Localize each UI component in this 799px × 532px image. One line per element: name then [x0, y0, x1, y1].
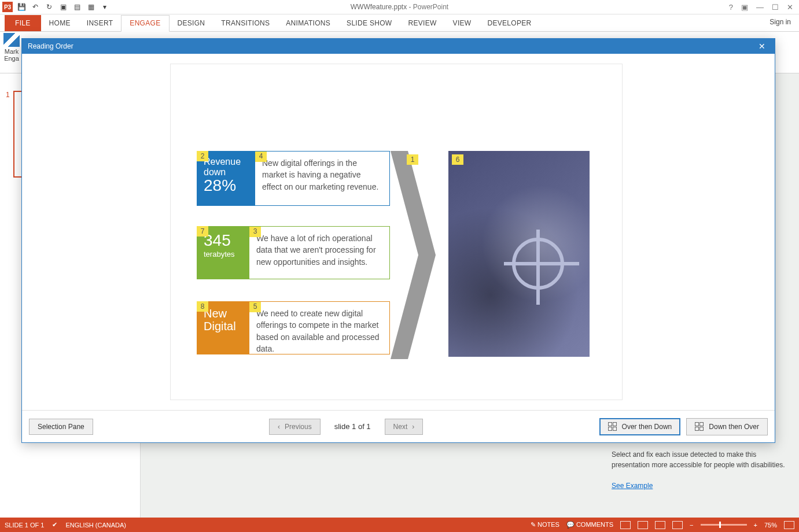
order-badge-6: 6 — [452, 154, 463, 165]
order-badge-1: 1 — [407, 154, 418, 165]
accessibility-text: Select and fix each issue detected to ma… — [612, 449, 790, 470]
order-badge-3: 3 — [249, 227, 261, 237]
maximize-icon[interactable]: ☐ — [772, 3, 779, 12]
reading-order-dialog: Reading Order ✕ 2 Revenue down 28% 4 New… — [21, 38, 775, 443]
tab-insert[interactable]: INSERT — [79, 16, 121, 31]
ribbon-options-icon[interactable]: ▣ — [741, 3, 748, 12]
quick-access-toolbar: P3 💾 ↶ ↻ ▣ ▤ ▦ ▾ — [0, 2, 110, 12]
order-badge-8: 8 — [197, 301, 208, 312]
sign-in-link[interactable]: Sign in — [769, 18, 791, 26]
thumbnail-number: 1 — [6, 91, 10, 178]
zoom-in-button[interactable]: + — [754, 522, 757, 529]
grid-icon — [608, 422, 617, 431]
qat-icon-3[interactable]: ▦ — [86, 2, 96, 12]
svg-marker-0 — [391, 151, 436, 359]
order-badge-4: 4 — [255, 152, 267, 162]
minimize-icon[interactable]: — — [756, 3, 764, 12]
powerpoint-app-icon: P3 — [2, 2, 13, 12]
grid-icon — [695, 422, 704, 431]
normal-view-icon[interactable] — [620, 521, 631, 529]
tile-terabytes[interactable]: 7 345 terabytes — [197, 226, 249, 279]
fit-to-window-icon[interactable] — [784, 521, 794, 529]
tile-new-digital-head: New Digital — [204, 307, 242, 332]
window-controls: ? ▣ — ☐ ✕ — [729, 3, 799, 12]
tile-new-digital[interactable]: 8 New Digital — [197, 301, 249, 354]
dialog-close-button[interactable]: ✕ — [755, 40, 769, 52]
close-icon[interactable]: ✕ — [787, 3, 793, 12]
help-icon[interactable]: ? — [729, 3, 733, 12]
dialog-title-text: Reading Order — [28, 42, 73, 50]
tile-revenue-value: 28% — [204, 177, 248, 195]
status-language[interactable]: ENGLISH (CANADA) — [65, 522, 126, 529]
accessibility-hint-pane: Select and fix each issue detected to ma… — [602, 444, 799, 497]
order-badge-5: 5 — [249, 302, 261, 312]
undo-icon[interactable]: ↶ — [30, 2, 40, 12]
chevron-right-icon: › — [412, 423, 414, 431]
tab-transitions[interactable]: TRANSITIONS — [213, 16, 278, 31]
zoom-out-button[interactable]: − — [690, 522, 693, 529]
down-then-over-button[interactable]: Down then Over — [686, 418, 768, 435]
zoom-slider[interactable] — [701, 524, 747, 526]
qat-icon-1[interactable]: ▣ — [58, 2, 68, 12]
desc-new-digital[interactable]: 5 We need to create new digital offering… — [249, 301, 390, 354]
tab-design[interactable]: DESIGN — [170, 16, 213, 31]
chevron-left-icon: ‹ — [278, 423, 280, 431]
save-icon[interactable]: 💾 — [16, 2, 27, 12]
slide-sorter-view-icon[interactable] — [638, 521, 648, 529]
status-bar: SLIDE 1 OF 1 ✔ ENGLISH (CANADA) ✎ NOTES … — [0, 518, 799, 532]
desc-revenue-text: New digital offerings in the market is h… — [262, 158, 378, 191]
next-button[interactable]: Next › — [385, 419, 424, 435]
dialog-body: 2 Revenue down 28% 4 New digital offerin… — [22, 54, 775, 410]
slide-position-label: slide 1 of 1 — [326, 422, 379, 431]
reading-view-icon[interactable] — [655, 521, 665, 529]
tab-slideshow[interactable]: SLIDE SHOW — [338, 16, 400, 31]
dialog-footer: Selection Pane ‹ Previous slide 1 of 1 N… — [22, 410, 775, 442]
desc-revenue[interactable]: 4 New digital offerings in the market is… — [255, 151, 390, 206]
qat-customize-icon[interactable]: ▾ — [100, 2, 110, 12]
vault-wheel-icon — [512, 238, 564, 290]
tab-review[interactable]: REVIEW — [400, 16, 444, 31]
desc-terabytes-text: We have a lot of rich operational data t… — [256, 234, 376, 267]
tile-terabytes-value: 345 — [204, 232, 242, 250]
slide-canvas: 2 Revenue down 28% 4 New digital offerin… — [171, 64, 622, 400]
window-title: WWWfeature.pptx - PowerPoint — [0, 3, 799, 11]
tab-animations[interactable]: ANIMATIONS — [278, 16, 338, 31]
app-name: PowerPoint — [413, 3, 448, 11]
comments-button[interactable]: 💬 COMMENTS — [566, 521, 613, 529]
status-slide[interactable]: SLIDE 1 OF 1 — [5, 522, 44, 529]
ribbon-tabs: FILE HOME INSERT ENGAGE DESIGN TRANSITIO… — [0, 14, 799, 32]
slideshow-view-icon[interactable] — [672, 521, 683, 529]
document-name: WWWfeature.pptx — [351, 3, 407, 11]
order-badge-2: 2 — [197, 151, 208, 161]
titlebar: P3 💾 ↶ ↻ ▣ ▤ ▦ ▾ WWWfeature.pptx - Power… — [0, 0, 799, 14]
redo-icon[interactable]: ↻ — [44, 2, 54, 12]
desc-terabytes[interactable]: 3 We have a lot of rich operational data… — [249, 226, 390, 279]
see-example-link[interactable]: See Example — [612, 482, 653, 490]
tab-developer[interactable]: DEVELOPER — [479, 16, 539, 31]
tab-engage[interactable]: ENGAGE — [121, 15, 169, 32]
desc-new-digital-text: We need to create new digital offerings … — [256, 309, 380, 353]
mark-engage-icon — [3, 33, 20, 47]
tile-revenue[interactable]: 2 Revenue down 28% — [197, 151, 255, 206]
order-badge-7: 7 — [197, 226, 208, 237]
tile-revenue-head: Revenue down — [204, 157, 248, 177]
tab-view[interactable]: VIEW — [445, 16, 480, 31]
big-arrow-shape[interactable]: 1 — [391, 151, 437, 359]
tab-home[interactable]: HOME — [41, 16, 79, 31]
tile-terabytes-unit: terabytes — [204, 250, 242, 258]
spellcheck-icon[interactable]: ✔ — [52, 521, 57, 529]
zoom-level[interactable]: 75% — [764, 522, 777, 529]
qat-icon-2[interactable]: ▤ — [72, 2, 82, 12]
over-then-down-button[interactable]: Over then Down — [599, 418, 681, 435]
dialog-titlebar: Reading Order ✕ — [22, 39, 775, 54]
selection-pane-button[interactable]: Selection Pane — [29, 419, 93, 435]
vault-image[interactable]: 6 — [448, 151, 590, 357]
previous-button[interactable]: ‹ Previous — [269, 419, 321, 435]
mark-engage-button[interactable]: Mark Enga — [3, 33, 20, 62]
tab-file[interactable]: FILE — [5, 15, 41, 31]
notes-button[interactable]: ✎ NOTES — [531, 521, 559, 529]
